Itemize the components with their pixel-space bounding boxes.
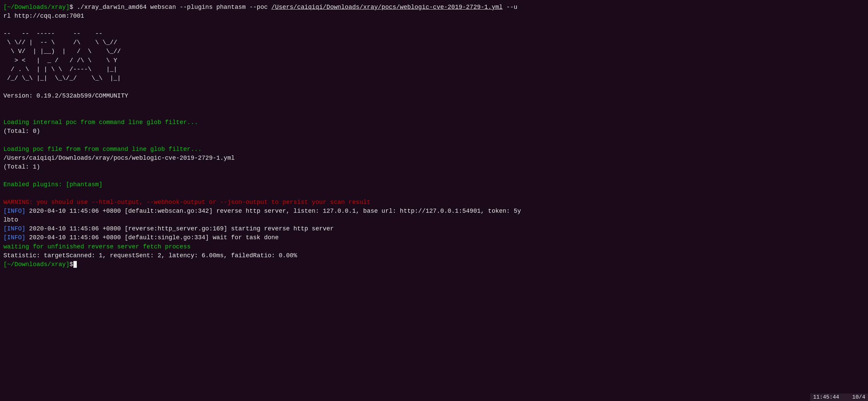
ascii-art-1: -- -- ----- -- -- xyxy=(3,29,865,38)
total-0: (Total: 0) xyxy=(3,127,865,136)
ascii-art-6: /_/ \_\ |_| \_\/_/ \_\ |_| xyxy=(3,74,865,83)
cursor xyxy=(73,261,77,268)
blank-4 xyxy=(3,109,865,118)
loading-poc-file: Loading poc file from from command line … xyxy=(3,145,865,154)
warning-text: WARNING: you should use --html-output, -… xyxy=(3,199,370,206)
info-line-3: [INFO] 2020-04-10 11:45:06 +0800 [defaul… xyxy=(3,233,865,242)
status-bar: 11:45:44 10/4 xyxy=(810,394,868,401)
enabled-plugins: Enabled plugins: [phantasm] xyxy=(3,180,865,189)
final-dollar: $ xyxy=(69,261,73,268)
ascii-art-3: \ V/ | |__) | / \ \_// xyxy=(3,47,865,56)
blank-2 xyxy=(3,83,865,91)
blank-7 xyxy=(3,189,865,198)
poc-file-path: /Users/caiqiqi/Downloads/xray/pocs/weblo… xyxy=(3,154,865,162)
terminal-window: [~/Downloads/xray]$ ./xray_darwin_amd64 … xyxy=(0,0,868,401)
ascii-art-5: / . \ | | \ \ /----\ |_| xyxy=(3,65,865,74)
info-line-1-cont: lbto xyxy=(3,215,865,224)
loading-internal-poc: Loading internal poc from command line g… xyxy=(3,118,865,127)
final-prompt-line[interactable]: [~/Downloads/xray]$ xyxy=(3,260,865,269)
info-line-2: [INFO] 2020-04-10 11:45:06 +0800 [revers… xyxy=(3,224,865,233)
info-tag-3: [INFO] xyxy=(3,234,25,241)
command-cont: rl http://cqq.com:7001 xyxy=(3,12,865,20)
statistic-line: Statistic: targetScanned: 1, requestSent… xyxy=(3,251,865,260)
blank-6 xyxy=(3,171,865,180)
blank-5 xyxy=(3,136,865,144)
warning-line: WARNING: you should use --html-output, -… xyxy=(3,198,865,207)
ascii-art-4: > < | _ / / /\ \ \ Y xyxy=(3,56,865,65)
total-1: (Total: 1) xyxy=(3,162,865,171)
info-line-1: [INFO] 2020-04-10 11:45:06 +0800 [defaul… xyxy=(3,207,865,215)
info-tag-2: [INFO] xyxy=(3,225,25,232)
ascii-art-2: \ \// | -- \ /\ \ \_// xyxy=(3,38,865,47)
version-line: Version: 0.19.2/532ab599/COMMUNITY xyxy=(3,91,865,100)
prompt-dir: [~/Downloads/xray] xyxy=(3,4,69,11)
command-line: [~/Downloads/xray]$ ./xray_darwin_amd64 … xyxy=(3,3,865,12)
status-date: 10/4 xyxy=(852,394,865,400)
blank-3 xyxy=(3,100,865,109)
final-prompt-dir: [~/Downloads/xray] xyxy=(3,261,69,268)
info-tag-1: [INFO] xyxy=(3,208,25,214)
poc-path-arg: /Users/caiqiqi/Downloads/xray/pocs/weblo… xyxy=(272,4,503,11)
status-time: 11:45:44 xyxy=(813,394,839,400)
blank-1 xyxy=(3,20,865,29)
waiting-line: waiting for unfinished reverse server fe… xyxy=(3,242,865,251)
